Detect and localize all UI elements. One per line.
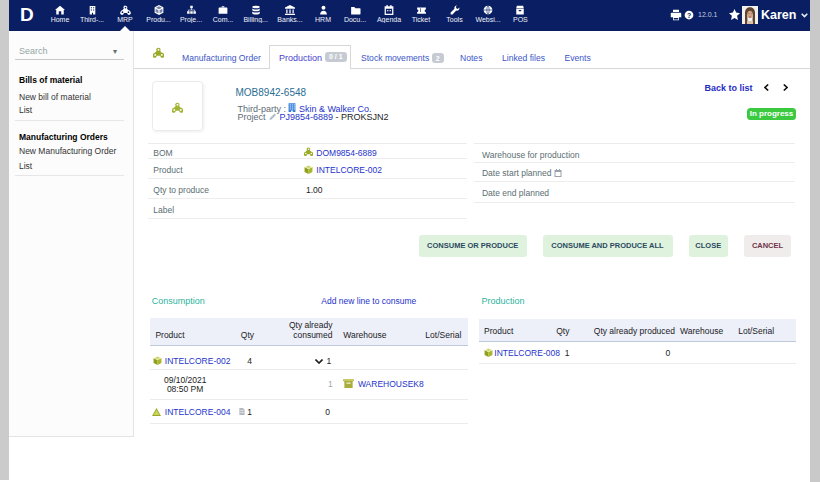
svg-text:?: ? <box>687 12 691 19</box>
